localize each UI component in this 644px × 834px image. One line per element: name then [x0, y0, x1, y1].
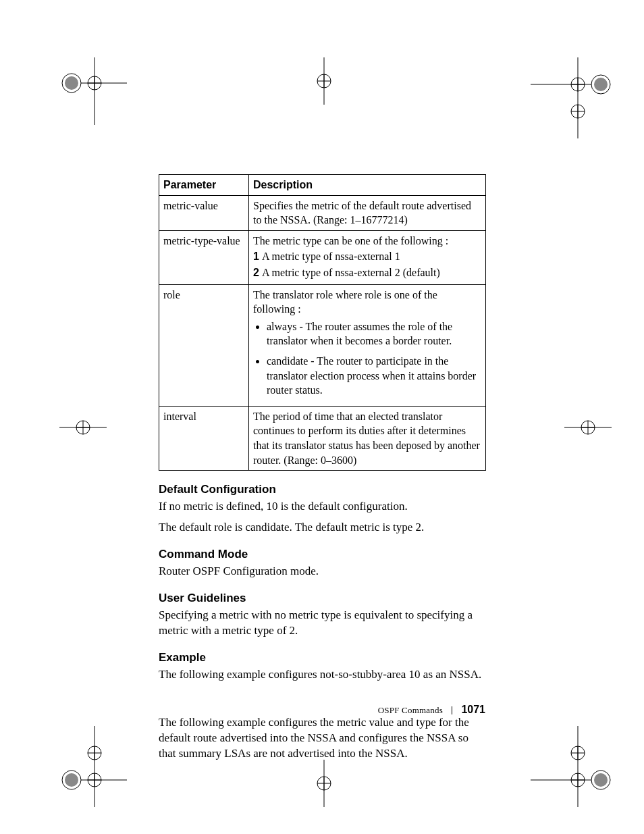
- crop-mark-icon: [531, 57, 612, 138]
- parameter-table: Parameter Description metric-value Speci…: [159, 174, 486, 471]
- svg-point-35: [591, 771, 610, 789]
- page-number: 1071: [461, 704, 485, 715]
- table-row: role The translator role where role is o…: [159, 284, 486, 406]
- desc-lead: The translator role where role is one of…: [253, 288, 481, 317]
- svg-point-25: [62, 771, 81, 789]
- svg-point-28: [571, 746, 585, 760]
- param-name: interval: [159, 406, 249, 470]
- crop-mark-icon: [59, 726, 127, 807]
- item-text: A metric type of nssa-external 2 (defaul…: [262, 267, 440, 278]
- crop-mark-icon: [564, 404, 612, 451]
- bullet-list: always - The router assumes the role of …: [267, 319, 481, 398]
- param-name: role: [159, 284, 249, 406]
- svg-point-13: [594, 78, 608, 91]
- heading-user-guidelines: User Guidelines: [159, 592, 486, 605]
- col-header-parameter: Parameter: [159, 175, 249, 196]
- svg-point-36: [594, 773, 608, 787]
- svg-point-42: [581, 421, 595, 434]
- crop-mark-icon: [531, 726, 612, 807]
- param-desc: Specifies the metric of the default rout…: [249, 195, 486, 230]
- heading-default-configuration: Default Configuration: [159, 483, 486, 496]
- param-name: metric-type-value: [159, 230, 249, 284]
- svg-point-9: [571, 78, 585, 91]
- param-desc: The translator role where role is one of…: [249, 284, 486, 406]
- col-header-description: Description: [249, 175, 486, 196]
- item-number: 2: [253, 265, 259, 280]
- crop-mark-icon: [59, 404, 107, 451]
- divider-icon: [452, 706, 452, 714]
- ordered-item: 2A metric type of nssa-external 2 (defau…: [253, 265, 481, 280]
- svg-point-0: [62, 74, 81, 93]
- svg-point-26: [65, 773, 78, 787]
- footer-section: OSPF Commands: [378, 705, 443, 715]
- svg-point-1: [65, 76, 78, 90]
- body-text: The following example configures the met…: [159, 715, 486, 762]
- page: Parameter Description metric-value Speci…: [0, 0, 644, 834]
- heading-example: Example: [159, 651, 486, 664]
- body-text: Specifying a metric with no metric type …: [159, 608, 486, 639]
- item-number: 1: [253, 249, 259, 264]
- page-content: Parameter Description metric-value Speci…: [159, 174, 486, 767]
- body-text: The following example configures not-so-…: [159, 667, 486, 683]
- svg-point-38: [76, 421, 90, 434]
- svg-point-32: [571, 773, 585, 787]
- body-text: The default role is candidate. The defau…: [159, 520, 486, 536]
- desc-lead: The metric type can be one of the follow…: [253, 234, 481, 249]
- svg-point-4: [88, 76, 101, 90]
- ordered-item: 1A metric type of nssa-external 1: [253, 249, 481, 264]
- svg-point-50: [317, 777, 331, 790]
- table-header-row: Parameter Description: [159, 175, 486, 196]
- svg-point-22: [88, 773, 101, 787]
- crop-mark-icon: [59, 57, 127, 125]
- svg-point-46: [317, 74, 331, 88]
- item-text: A metric type of nssa-external 1: [262, 251, 400, 262]
- body-text: Router OSPF Configuration mode.: [159, 564, 486, 579]
- table-row: interval The period of time that an elec…: [159, 406, 486, 470]
- svg-point-14: [571, 105, 585, 118]
- heading-command-mode: Command Mode: [159, 548, 486, 561]
- param-desc: The period of time that an elected trans…: [249, 406, 486, 470]
- body-text: If no metric is defined, 10 is the defau…: [159, 499, 486, 515]
- table-row: metric-value Specifies the metric of the…: [159, 195, 486, 230]
- svg-point-18: [88, 746, 101, 760]
- crop-mark-icon: [300, 57, 348, 105]
- list-item: always - The router assumes the role of …: [267, 319, 481, 348]
- page-footer: OSPF Commands 1071: [378, 704, 485, 716]
- svg-point-12: [591, 75, 610, 94]
- param-desc: The metric type can be one of the follow…: [249, 230, 486, 284]
- list-item: candidate - The router to participate in…: [267, 354, 481, 398]
- table-row: metric-type-value The metric type can be…: [159, 230, 486, 284]
- param-name: metric-value: [159, 195, 249, 230]
